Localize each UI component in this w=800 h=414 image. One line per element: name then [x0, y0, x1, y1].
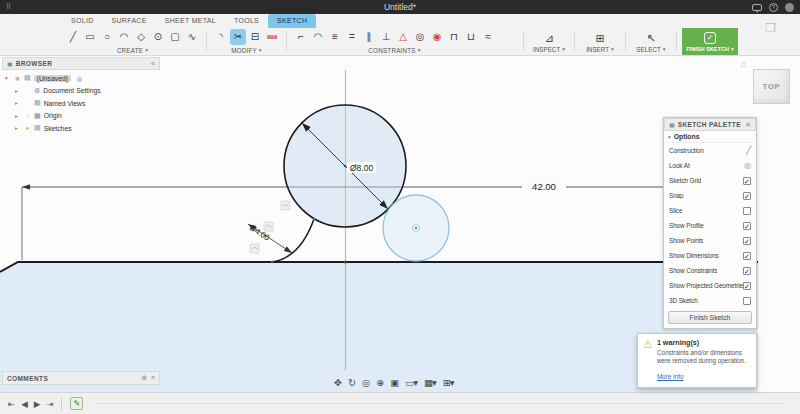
- collinear-icon[interactable]: ≡: [327, 29, 343, 45]
- palette-row-control[interactable]: [743, 207, 751, 215]
- home-icon[interactable]: ⌂: [741, 59, 746, 69]
- equal-icon[interactable]: =: [344, 29, 360, 45]
- midpoint-icon[interactable]: △: [395, 29, 411, 45]
- trim-icon[interactable]: ✂: [230, 29, 246, 45]
- fix-icon[interactable]: ◉: [429, 29, 445, 45]
- curvature-icon[interactable]: ≈: [480, 29, 496, 45]
- symmetry-icon[interactable]: ⊓: [446, 29, 462, 45]
- tab-solid[interactable]: SOLID: [62, 14, 103, 28]
- circle-icon[interactable]: ○: [99, 29, 115, 45]
- expand-caret-icon[interactable]: ▸: [15, 100, 21, 106]
- insert-menu[interactable]: ⊞ INSERT▾: [578, 28, 622, 55]
- width-dimension-label[interactable]: 42.00: [532, 181, 556, 192]
- node-label[interactable]: Sketches: [44, 125, 72, 132]
- expand-caret-icon[interactable]: ▸: [15, 113, 21, 119]
- palette-row-control[interactable]: ✓: [743, 192, 751, 200]
- node-label[interactable]: (Unsaved): [34, 75, 71, 82]
- finish-sketch-button[interactable]: Finish Sketch: [668, 311, 752, 324]
- slot-icon[interactable]: ▢: [167, 29, 183, 45]
- more-info-link[interactable]: More Info: [657, 373, 684, 380]
- select-menu[interactable]: ↖ SELECT▾: [629, 28, 673, 55]
- pan-icon[interactable]: ✥: [334, 377, 341, 388]
- rectangle-icon[interactable]: ▭: [82, 29, 98, 45]
- origin-point[interactable]: [344, 261, 347, 264]
- palette-row-control[interactable]: ✓: [743, 282, 751, 290]
- concentric-icon[interactable]: ◎: [412, 29, 428, 45]
- tab-tools[interactable]: TOOLS: [225, 14, 268, 28]
- comments-panel[interactable]: COMMENTS ⊕ «: [2, 371, 160, 385]
- collapse-panel-icon[interactable]: «: [151, 374, 155, 382]
- inspect-menu[interactable]: ⊿ INSPECT▾: [527, 28, 571, 55]
- projected-circle-center-point[interactable]: [415, 227, 417, 229]
- help-icon[interactable]: ?: [769, 3, 778, 12]
- palette-row-control[interactable]: ✓: [743, 177, 751, 185]
- polygon-icon[interactable]: ◇: [133, 29, 149, 45]
- tangent-constraint-icon[interactable]: ◠: [264, 222, 273, 231]
- add-comment-icon[interactable]: ⊕: [141, 374, 147, 382]
- palette-row-control[interactable]: ✓: [743, 222, 751, 230]
- tab-sketch[interactable]: SKETCH: [268, 14, 316, 28]
- tangent-constraint-icon[interactable]: ◠: [281, 201, 290, 210]
- zoom-icon[interactable]: ⊕: [376, 377, 383, 388]
- collapse-panel-icon[interactable]: «: [151, 60, 155, 67]
- comment-icon[interactable]: [752, 4, 762, 11]
- palette-row-control[interactable]: ◎: [744, 161, 751, 170]
- palette-row-control[interactable]: ╱: [746, 146, 751, 155]
- tangent-arc[interactable]: [272, 219, 314, 262]
- tangent-icon[interactable]: ◠: [310, 29, 326, 45]
- node-label[interactable]: Origin: [44, 112, 62, 119]
- finish-sketch-toolbar-button[interactable]: ✓ FINISH SKETCH▾: [682, 28, 738, 55]
- modify-dropdown[interactable]: MODIFY ▾: [213, 45, 280, 55]
- options-section-header[interactable]: ▾ Options: [664, 131, 756, 143]
- large-diameter-label[interactable]: Ø8.00: [350, 163, 373, 173]
- node-label[interactable]: Document Settings: [43, 87, 100, 94]
- tab-surface[interactable]: SURFACE: [103, 14, 156, 28]
- expand-caret-icon[interactable]: ▸: [15, 125, 21, 131]
- visibility-bulb-icon[interactable]: ●: [24, 125, 31, 131]
- go-to-start-icon[interactable]: ⇤: [8, 399, 15, 409]
- palette-row-control[interactable]: ✓: [743, 237, 751, 245]
- spline-icon[interactable]: ∿: [184, 29, 200, 45]
- browser-row-sketches[interactable]: ▸ ● ▤ Sketches: [2, 122, 160, 135]
- browser-row-origin[interactable]: ▸ ○ ▦ Origin: [2, 110, 160, 123]
- fillet-icon[interactable]: ◝: [213, 29, 229, 45]
- visibility-bulb-icon[interactable]: ○: [24, 113, 31, 119]
- tab-sheet-metal[interactable]: SHEET METAL: [156, 14, 225, 28]
- play-icon[interactable]: ▶: [34, 399, 41, 409]
- timeline-track[interactable]: [97, 403, 782, 404]
- browser-row-document-settings[interactable]: ▸ ⚙ Document Settings: [2, 85, 160, 98]
- avatar[interactable]: [785, 3, 794, 12]
- parallel-icon[interactable]: ∥: [361, 29, 377, 45]
- create-dropdown[interactable]: CREATE ▾: [65, 45, 200, 55]
- arc-endpoint[interactable]: [313, 218, 316, 221]
- arc-icon[interactable]: ◠: [116, 29, 132, 45]
- expand-caret-icon[interactable]: ▾: [5, 75, 11, 81]
- app-cube-icon[interactable]: ❒: [765, 21, 776, 35]
- line-icon[interactable]: ╱: [65, 29, 81, 45]
- palette-row-control[interactable]: ✓: [743, 252, 751, 260]
- fit-icon[interactable]: ▣: [390, 377, 398, 388]
- viewports-icon[interactable]: ⊞▾: [443, 377, 454, 388]
- visibility-bulb-icon[interactable]: ◉: [14, 75, 21, 81]
- orbit-icon[interactable]: ↻: [348, 377, 355, 388]
- step-back-icon[interactable]: ◀: [21, 399, 28, 409]
- smooth-icon[interactable]: ⊔: [463, 29, 479, 45]
- grid-settings-icon[interactable]: ▦▾: [424, 377, 436, 388]
- perpendicular-icon[interactable]: ⊥: [378, 29, 394, 45]
- go-to-end-icon[interactable]: ⇥: [46, 399, 53, 409]
- tangent-constraint-icon[interactable]: ◠: [250, 244, 259, 253]
- viewcube[interactable]: TOP: [753, 69, 790, 104]
- ellipse-icon[interactable]: ⊙: [150, 29, 166, 45]
- sketch-feature-icon[interactable]: ✎: [70, 397, 83, 410]
- horizontal-vertical-icon[interactable]: ⌐: [293, 29, 309, 45]
- palette-row-control[interactable]: ✓: [743, 267, 751, 275]
- browser-row-named-views[interactable]: ▸ ▤ Named Views: [2, 97, 160, 110]
- palette-row-control[interactable]: [743, 297, 751, 305]
- expand-caret-icon[interactable]: ▸: [15, 88, 21, 94]
- close-icon[interactable]: ✕: [745, 121, 751, 129]
- browser-row-unsaved[interactable]: ▾ ◉ ▤ (Unsaved) ◍: [2, 72, 160, 85]
- break-icon[interactable]: ⊟: [247, 29, 263, 45]
- sketch-dimension-icon[interactable]: 999: [264, 29, 280, 45]
- constraints-dropdown[interactable]: CONSTRAINTS ▾: [293, 45, 496, 55]
- display-settings-icon[interactable]: ▭▾: [405, 377, 417, 388]
